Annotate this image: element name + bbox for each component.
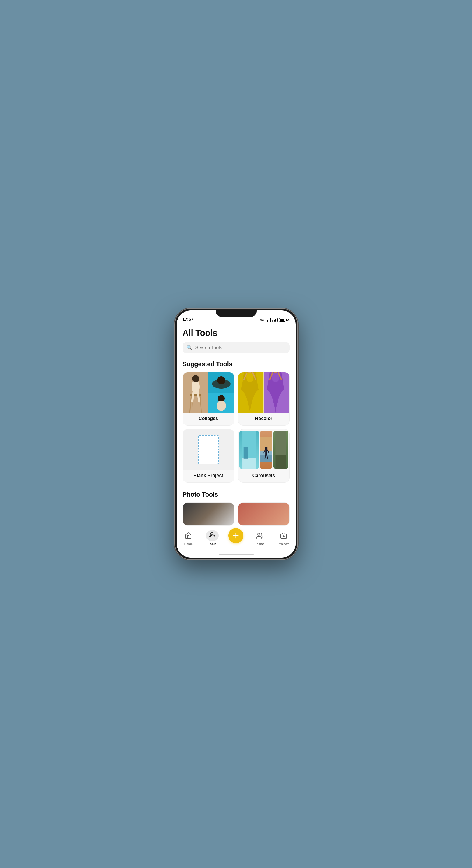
blank-project-label: Blank Project (183, 470, 234, 482)
nav-item-tools[interactable]: Tools (200, 530, 224, 546)
svg-rect-26 (265, 449, 267, 455)
photo-tool-card-1[interactable] (182, 502, 234, 526)
collage-right (208, 372, 234, 413)
photo-tools-grid (182, 502, 290, 526)
create-fab-button[interactable] (228, 528, 243, 543)
tools-nav-label: Tools (208, 542, 216, 546)
signal-bars (266, 318, 271, 321)
status-icons: 4G 54 (260, 318, 290, 321)
tools-icon-wrap (206, 530, 219, 541)
carousel-photo-2 (260, 431, 272, 469)
status-time: 17:57 (182, 317, 194, 321)
home-nav-label: Home (184, 542, 193, 546)
home-icon-wrap (182, 530, 195, 541)
svg-rect-4 (190, 394, 202, 396)
phone-frame: 17:57 4G 54 All Tools (175, 309, 297, 559)
photo-tool-bg-2 (238, 503, 290, 525)
svg-line-7 (192, 393, 193, 401)
svg-rect-32 (275, 455, 286, 469)
tool-card-recolor[interactable]: Recolor (238, 372, 290, 426)
home-indicator-bar (219, 554, 254, 555)
collage-img (183, 372, 234, 413)
projects-nav-label: Projects (278, 542, 290, 546)
home-indicator (177, 552, 296, 558)
recolor-left-yellow (238, 372, 264, 413)
photo-tool-card-2[interactable] (238, 502, 290, 526)
svg-line-1 (200, 396, 202, 413)
battery: 54 (279, 318, 290, 321)
network-label: 4G (260, 318, 264, 321)
recolor-label: Recolor (238, 413, 290, 425)
photo-tools-title: Photo Tools (182, 491, 290, 498)
teams-nav-label: Teams (255, 542, 264, 546)
tool-card-collages[interactable]: Collages (182, 372, 234, 426)
battery-icon (279, 318, 286, 321)
collage-right-bottom (208, 393, 234, 413)
nav-item-create[interactable] (224, 530, 248, 543)
collages-image (183, 372, 234, 413)
tools-icon (209, 532, 216, 539)
svg-point-25 (265, 447, 267, 449)
carousel-img (238, 429, 290, 470)
nav-item-home[interactable]: Home (177, 530, 201, 546)
search-icon: 🔍 (186, 345, 193, 350)
battery-fill (280, 319, 284, 321)
plus-icon (232, 532, 240, 540)
signal-bars-2 (272, 318, 277, 321)
suggested-tools-grid: Collages (182, 372, 290, 483)
blank-img (183, 429, 234, 470)
teams-icon (256, 532, 263, 539)
tool-card-blank-project[interactable]: Blank Project (182, 429, 234, 483)
svg-point-36 (258, 533, 260, 535)
blank-rectangle (198, 435, 219, 464)
page-title: All Tools (182, 328, 290, 338)
nav-item-projects[interactable]: Projects (272, 530, 296, 546)
carousels-image (238, 429, 290, 470)
nav-item-teams[interactable]: Teams (248, 530, 272, 546)
svg-rect-21 (243, 447, 247, 459)
collages-label: Collages (183, 413, 234, 425)
recolor-img (238, 372, 290, 413)
collage-left (183, 372, 208, 413)
tool-card-carousels[interactable]: Carousels (238, 429, 290, 483)
projects-icon-wrap (277, 530, 290, 541)
search-bar[interactable]: 🔍 (182, 342, 290, 353)
svg-line-0 (190, 396, 191, 413)
svg-line-8 (198, 393, 199, 401)
collage-right-top (208, 372, 234, 393)
svg-rect-20 (242, 458, 256, 469)
search-input[interactable] (195, 345, 286, 350)
recolor-image (238, 372, 290, 413)
carousels-label: Carousels (238, 470, 290, 482)
screen: 17:57 4G 54 All Tools (177, 310, 296, 558)
main-content: All Tools 🔍 Suggested Tools (177, 323, 296, 528)
carousel-photo-3 (273, 431, 288, 469)
svg-point-10 (217, 376, 225, 384)
carousel-photo-1 (239, 431, 259, 469)
svg-point-33 (211, 533, 213, 535)
recolor-right-purple (264, 372, 290, 413)
svg-rect-24 (260, 455, 272, 462)
notch (216, 309, 257, 317)
blank-project-image (183, 429, 234, 470)
svg-point-12 (216, 401, 226, 411)
projects-icon (280, 532, 287, 539)
photo-tool-bg-1 (183, 503, 234, 525)
bottom-nav: Home Tools (177, 528, 296, 552)
teams-icon-wrap (253, 530, 266, 541)
home-icon (185, 532, 192, 539)
suggested-tools-title: Suggested Tools (182, 360, 290, 368)
svg-point-6 (192, 375, 199, 382)
